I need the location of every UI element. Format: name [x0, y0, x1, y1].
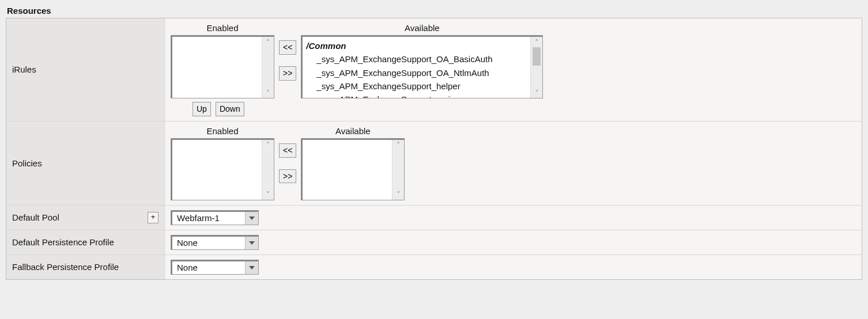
- chevron-down-icon[interactable]: [245, 212, 258, 225]
- irules-available-scrollbar[interactable]: ˄ ˅: [530, 37, 542, 98]
- list-item[interactable]: _sys_APM_ExchangeSupport_OA_NtlmAuth: [306, 66, 530, 79]
- policies-available-col: Available ˄ ˅: [301, 126, 405, 200]
- irules-available-col: Available /Common _sys_APM_ExchangeSuppo…: [301, 23, 543, 98]
- label-default-persist: Default Persistence Profile: [6, 230, 165, 255]
- label-default-pool-text: Default Pool: [12, 212, 59, 222]
- label-fallback-persist-text: Fallback Persistence Profile: [12, 262, 119, 272]
- content-policies: Enabled ˄ ˅ << >> Available: [165, 121, 862, 205]
- content-default-pool: Webfarm-1: [165, 206, 862, 230]
- irules-enabled-col: Enabled ˄ ˅: [171, 23, 274, 98]
- label-policies: Policies: [6, 121, 165, 205]
- irules-move-left-button[interactable]: <<: [279, 40, 296, 55]
- resources-panel: iRules Enabled ˄ ˅: [6, 18, 862, 280]
- policies-enabled-scrollbar[interactable]: ˄ ˅: [262, 140, 274, 200]
- list-item[interactable]: _sys_APM_ExchangeSupport_helper: [306, 79, 530, 93]
- policies-enabled-content: [172, 140, 262, 200]
- chevron-down-icon[interactable]: [245, 237, 258, 249]
- chevron-down-icon[interactable]: ˅: [393, 189, 404, 200]
- irules-enabled-listbox[interactable]: ˄ ˅: [171, 35, 274, 98]
- chevron-down-icon[interactable]: ˅: [262, 88, 274, 98]
- scroll-thumb[interactable]: [533, 47, 541, 66]
- content-default-persist: None: [165, 230, 862, 255]
- chevron-up-icon[interactable]: ˄: [393, 140, 404, 150]
- label-default-persist-text: Default Persistence Profile: [12, 237, 114, 247]
- irules-up-button[interactable]: Up: [193, 102, 211, 116]
- policies-enabled-header: Enabled: [171, 126, 274, 136]
- irules-available-partition: /Common: [306, 39, 530, 52]
- policies-available-scrollbar[interactable]: ˄ ˅: [392, 140, 404, 200]
- content-irules: Enabled ˄ ˅ << >>: [165, 18, 862, 121]
- row-default-pool: Default Pool + Webfarm-1: [6, 206, 862, 230]
- label-fallback-persist: Fallback Persistence Profile: [6, 255, 165, 279]
- default-pool-select[interactable]: Webfarm-1: [171, 210, 259, 225]
- policies-move-left-button[interactable]: <<: [279, 143, 296, 158]
- row-default-persist: Default Persistence Profile None: [6, 230, 862, 255]
- default-pool-select-value: Webfarm-1: [172, 212, 245, 225]
- section-title: Resources: [7, 6, 862, 16]
- policies-move-right-button[interactable]: >>: [279, 169, 296, 184]
- irules-move-buttons: << >>: [279, 40, 296, 81]
- chevron-down-icon[interactable]: ˅: [262, 189, 274, 200]
- irules-enabled-content: [172, 37, 262, 98]
- chevron-up-icon[interactable]: ˄: [531, 37, 542, 47]
- chevron-up-icon[interactable]: ˄: [262, 140, 274, 150]
- content-fallback-persist: None: [165, 255, 862, 279]
- chevron-up-icon[interactable]: ˄: [262, 37, 274, 47]
- label-policies-text: Policies: [12, 158, 42, 168]
- add-pool-button[interactable]: +: [148, 212, 158, 223]
- irules-order-buttons: Up Down: [193, 102, 856, 116]
- policies-available-listbox[interactable]: ˄ ˅: [301, 138, 405, 200]
- default-persist-select-value: None: [172, 237, 245, 249]
- irules-down-button[interactable]: Down: [216, 102, 244, 116]
- policies-move-buttons: << >>: [279, 143, 296, 184]
- list-item[interactable]: _sys_APM_ExchangeSupport_OA_BasicAuth: [306, 52, 530, 66]
- irules-move-right-button[interactable]: >>: [279, 66, 296, 81]
- default-persist-select[interactable]: None: [171, 235, 259, 250]
- list-item[interactable]: _sys_APM_ExchangeSupport_main: [306, 93, 530, 98]
- irules-available-listbox[interactable]: /Common _sys_APM_ExchangeSupport_OA_Basi…: [301, 35, 543, 98]
- policies-enabled-col: Enabled ˄ ˅: [171, 126, 274, 200]
- row-policies: Policies Enabled ˄ ˅ <<: [6, 121, 862, 206]
- fallback-persist-select[interactable]: None: [171, 260, 259, 275]
- irules-available-header: Available: [301, 23, 543, 33]
- label-default-pool: Default Pool +: [6, 206, 165, 230]
- irules-enabled-scrollbar[interactable]: ˄ ˅: [262, 37, 274, 98]
- label-irules: iRules: [6, 18, 165, 121]
- irules-available-content: /Common _sys_APM_ExchangeSupport_OA_Basi…: [303, 37, 530, 98]
- fallback-persist-select-value: None: [172, 261, 245, 274]
- chevron-down-icon[interactable]: ˅: [531, 88, 542, 98]
- irules-enabled-header: Enabled: [171, 23, 274, 33]
- policies-enabled-listbox[interactable]: ˄ ˅: [171, 138, 274, 200]
- chevron-down-icon[interactable]: [245, 261, 258, 274]
- label-irules-text: iRules: [12, 64, 36, 74]
- policies-available-content: [303, 140, 392, 200]
- row-fallback-persist: Fallback Persistence Profile None: [6, 255, 862, 279]
- policies-available-header: Available: [301, 126, 405, 136]
- row-irules: iRules Enabled ˄ ˅: [6, 18, 862, 121]
